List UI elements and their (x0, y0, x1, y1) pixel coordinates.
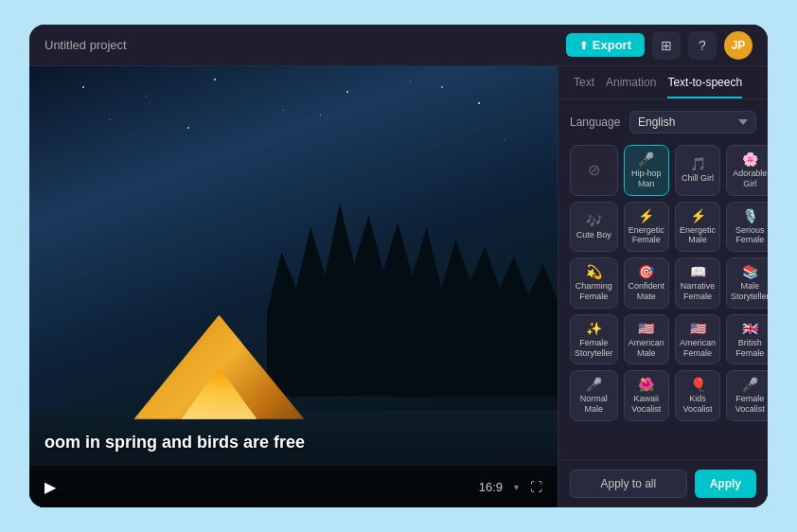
header-actions: Export ⊞ ? JP (566, 31, 753, 60)
voice-label-cute: Cute Boy (576, 230, 611, 240)
voice-label-cm: Confident Mate (629, 281, 665, 302)
voice-label-em: Energetic Male (680, 225, 716, 246)
voice-label-kv: Kawaii Vocalist (629, 394, 665, 415)
voice-label-cf: Charming Female (575, 281, 613, 302)
voice-card-female-storyteller[interactable]: ✨ Female Storyteller (570, 314, 618, 365)
voice-icon-kv: 🌺 (638, 377, 654, 392)
tab-tts[interactable]: Text-to-speech (667, 76, 742, 98)
voice-label-fs: Female Storyteller (575, 338, 613, 359)
ratio-chevron-icon: ▾ (514, 482, 519, 492)
voice-label-chill: Chill Girl (682, 173, 714, 184)
right-panel: Text Animation Text-to-speech Language E… (558, 66, 768, 507)
voice-icon-chill: 🎵 (690, 156, 706, 171)
voice-icon-kidv: 🎈 (690, 377, 706, 392)
tent (124, 287, 313, 419)
video-panel: oom in spring and birds are free ▶ 16:9 … (29, 66, 558, 507)
voice-card-american-female[interactable]: 🇺🇸 American Female (675, 314, 720, 365)
voice-icon-cf: 💫 (586, 264, 602, 279)
apply-button[interactable]: Apply (695, 470, 756, 498)
voice-icon-fs: ✨ (586, 321, 602, 336)
subtitle-bar: oom in spring and birds are free (29, 425, 558, 460)
mute-icon: ⊘ (588, 161, 600, 179)
voice-label-adorable: Adorable Girl (731, 168, 768, 189)
voice-icon-cm: 🎯 (638, 264, 654, 279)
voice-icon-hiphop: 🎤 (638, 151, 654, 167)
voice-label-ef: Energetic Female (629, 225, 665, 246)
voice-card-charming-female[interactable]: 💫 Charming Female (570, 257, 618, 309)
voice-card-energetic-male[interactable]: ⚡ Energetic Male (675, 202, 720, 253)
voice-card-british-female[interactable]: 🇬🇧 British Female (726, 314, 768, 365)
voice-icon-ef: ⚡ (638, 208, 654, 223)
voice-label-fv: Female Vocalist (731, 394, 768, 415)
apply-all-button[interactable]: Apply to all (570, 470, 687, 498)
voice-grid: ⊘ 🎤 Hip-hop Man 🎵 Chill Girl 🌸 (570, 145, 756, 421)
help-button[interactable]: ? (688, 31, 717, 60)
voice-card-normal-male[interactable]: 🎤 Normal Male (570, 370, 618, 421)
voice-icon-adorable: 🌸 (742, 151, 758, 167)
language-label: Language (570, 115, 622, 129)
voice-label-hiphop: Hip-hop Man (629, 168, 665, 189)
voice-label-am: American Male (629, 338, 665, 359)
voice-card-male-storyteller[interactable]: 📚 Male Storyteller (726, 257, 768, 309)
voice-icon-sf: 🎙️ (742, 208, 758, 223)
voice-card-cute-boy[interactable]: 🎶 Cute Boy (570, 202, 618, 253)
voice-card-hiphop-man[interactable]: 🎤 Hip-hop Man (624, 145, 670, 196)
video-controls: ▶ 16:9 ▾ ⛶ (29, 466, 558, 507)
voice-card-chill-girl[interactable]: 🎵 Chill Girl (675, 145, 720, 196)
aspect-ratio: 16:9 (479, 480, 503, 494)
voice-icon-bf: 🇬🇧 (742, 321, 758, 336)
tab-animation[interactable]: Animation (606, 76, 656, 98)
header: Untitled project Export ⊞ ? JP (29, 25, 768, 66)
voice-card-adorable-girl[interactable]: 🌸 Adorable Girl (726, 145, 768, 196)
upload-icon (579, 38, 588, 52)
project-title: Untitled project (44, 38, 127, 52)
video-background: oom in spring and birds are free ▶ 16:9 … (29, 66, 558, 507)
main-content: oom in spring and birds are free ▶ 16:9 … (29, 66, 768, 507)
voice-card-muted[interactable]: ⊘ (570, 145, 618, 196)
voice-card-narrative-female[interactable]: 📖 Narrative Female (675, 257, 720, 309)
layout-button[interactable]: ⊞ (652, 31, 681, 60)
voice-card-american-male[interactable]: 🇺🇸 American Male (624, 314, 670, 365)
voice-label-af: American Female (680, 338, 716, 359)
app-window: Untitled project Export ⊞ ? JP (29, 25, 768, 507)
voice-icon-em: ⚡ (690, 208, 706, 223)
panel-body: Language English Spanish French ⊘ � (558, 99, 768, 459)
avatar-button[interactable]: JP (724, 31, 753, 60)
voice-icon-af: 🇺🇸 (690, 321, 706, 336)
voice-icon-nf: 📖 (690, 264, 706, 279)
voice-icon-nm: 🎤 (586, 377, 602, 392)
voice-card-female-vocalist[interactable]: 🎤 Female Vocalist (726, 370, 768, 421)
export-button[interactable]: Export (566, 33, 645, 57)
voice-label-sf: Serious Female (731, 225, 768, 246)
panel-footer: Apply to all Apply (558, 459, 768, 507)
voice-label-bf: British Female (731, 338, 768, 359)
language-row: Language English Spanish French (570, 111, 756, 133)
voice-card-serious-female[interactable]: 🎙️ Serious Female (726, 202, 768, 253)
tabs: Text Animation Text-to-speech (558, 66, 768, 99)
language-select[interactable]: English Spanish French (629, 111, 756, 133)
voice-card-kids-vocalist[interactable]: 🎈 Kids Vocalist (675, 370, 720, 421)
voice-label-kidv: Kids Vocalist (680, 394, 716, 415)
controls-right: 16:9 ▾ ⛶ (479, 480, 542, 494)
play-button[interactable]: ▶ (44, 478, 56, 496)
voice-icon-am: 🇺🇸 (638, 321, 654, 336)
voice-icon-cute: 🎶 (586, 213, 602, 228)
voice-label-nm: Normal Male (575, 394, 613, 415)
voice-icon-fv: 🎤 (742, 377, 758, 392)
subtitle-text: oom in spring and birds are free (44, 433, 305, 452)
fullscreen-icon[interactable]: ⛶ (530, 480, 542, 494)
tab-text[interactable]: Text (574, 76, 594, 98)
voice-icon-ms: 📚 (742, 264, 758, 279)
voice-label-nf: Narrative Female (680, 281, 716, 302)
voice-card-kawaii-vocalist[interactable]: 🌺 Kawaii Vocalist (624, 370, 670, 421)
voice-label-ms: Male Storyteller (731, 281, 768, 302)
voice-card-confident-mate[interactable]: 🎯 Confident Mate (624, 257, 670, 309)
voice-card-energetic-female[interactable]: ⚡ Energetic Female (624, 202, 670, 253)
